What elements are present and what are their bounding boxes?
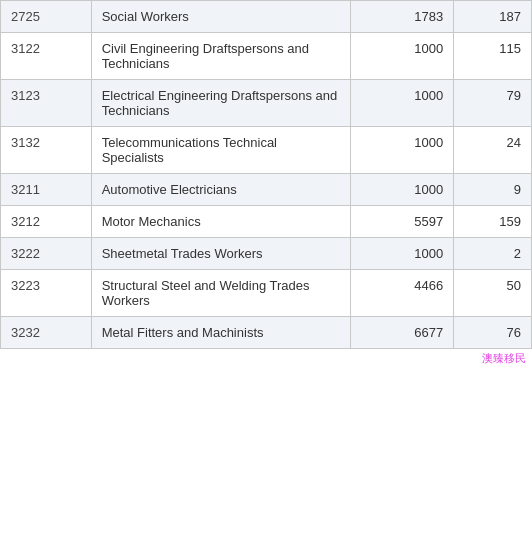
table-row: 3211Automotive Electricians10009 — [1, 174, 532, 206]
occupation-num1: 1783 — [350, 1, 454, 33]
occupation-name: Civil Engineering Draftspersons and Tech… — [91, 33, 350, 80]
occupation-name: Structural Steel and Welding Trades Work… — [91, 270, 350, 317]
occupation-num1: 1000 — [350, 127, 454, 174]
table-row: 3132Telecommunications Technical Special… — [1, 127, 532, 174]
table-row: 3123Electrical Engineering Draftspersons… — [1, 80, 532, 127]
occupation-num1: 4466 — [350, 270, 454, 317]
table-row: 2725Social Workers1783187 — [1, 1, 532, 33]
table-row: 3122Civil Engineering Draftspersons and … — [1, 33, 532, 80]
occupation-num1: 1000 — [350, 80, 454, 127]
occupation-num2: 79 — [454, 80, 532, 127]
occupation-name: Motor Mechanics — [91, 206, 350, 238]
occupation-num1: 6677 — [350, 317, 454, 349]
table-row: 3222Sheetmetal Trades Workers10002 — [1, 238, 532, 270]
occupation-num2: 159 — [454, 206, 532, 238]
occupation-name: Metal Fitters and Machinists — [91, 317, 350, 349]
occupation-code: 3232 — [1, 317, 92, 349]
occupation-code: 3212 — [1, 206, 92, 238]
occupation-num2: 9 — [454, 174, 532, 206]
table-row: 3223Structural Steel and Welding Trades … — [1, 270, 532, 317]
table-row: 3212Motor Mechanics5597159 — [1, 206, 532, 238]
occupation-num1: 1000 — [350, 238, 454, 270]
occupation-num2: 24 — [454, 127, 532, 174]
occupation-num1: 5597 — [350, 206, 454, 238]
occupation-code: 2725 — [1, 1, 92, 33]
occupation-num2: 2 — [454, 238, 532, 270]
occupation-code: 3132 — [1, 127, 92, 174]
occupation-code: 3122 — [1, 33, 92, 80]
occupation-name: Sheetmetal Trades Workers — [91, 238, 350, 270]
occupation-name: Social Workers — [91, 1, 350, 33]
occupation-num2: 187 — [454, 1, 532, 33]
occupation-code: 3123 — [1, 80, 92, 127]
occupation-num2: 50 — [454, 270, 532, 317]
occupation-name: Automotive Electricians — [91, 174, 350, 206]
occupation-num2: 76 — [454, 317, 532, 349]
table-row: 3232Metal Fitters and Machinists667776 — [1, 317, 532, 349]
occupation-code: 3222 — [1, 238, 92, 270]
occupation-code: 3211 — [1, 174, 92, 206]
occupation-num1: 1000 — [350, 33, 454, 80]
watermark: 澳臻移民 — [0, 349, 532, 368]
occupation-num1: 1000 — [350, 174, 454, 206]
occupation-table: 2725Social Workers17831873122Civil Engin… — [0, 0, 532, 349]
occupation-name: Telecommunications Technical Specialists — [91, 127, 350, 174]
occupation-name: Electrical Engineering Draftspersons and… — [91, 80, 350, 127]
occupation-code: 3223 — [1, 270, 92, 317]
occupation-num2: 115 — [454, 33, 532, 80]
